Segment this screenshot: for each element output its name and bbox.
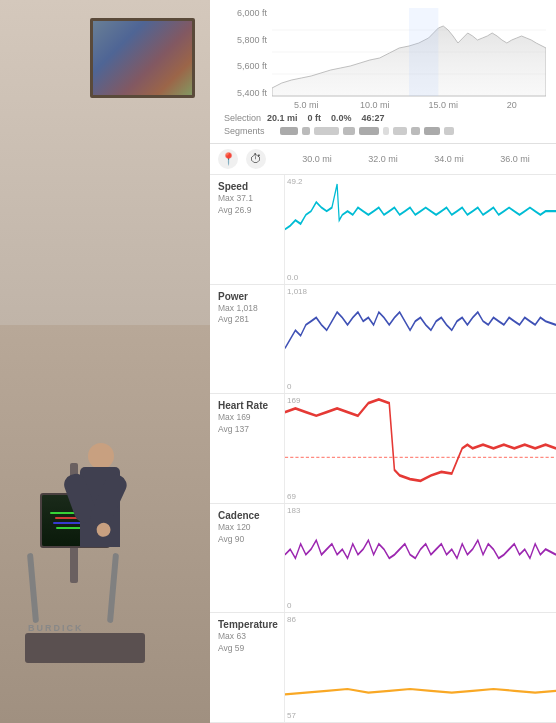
heartrate-max: Max 169 xyxy=(218,412,278,424)
svg-rect-3 xyxy=(409,8,438,96)
cadence-metric-row: Cadence Max 120 Avg 90 183 0 xyxy=(210,504,556,614)
power-name: Power xyxy=(218,291,278,303)
temperature-max: Max 63 xyxy=(218,631,278,643)
power-y-top: 1,018 xyxy=(287,287,307,296)
segment-bar-6 xyxy=(383,127,389,135)
segments-label: Segments xyxy=(224,126,272,136)
heartrate-chart[interactable]: 169 69 xyxy=(285,394,556,503)
segment-bar-3 xyxy=(314,127,339,135)
speed-max: Max 37.1 xyxy=(218,193,278,205)
photo-panel: BURDICK xyxy=(0,0,210,723)
x-axis: 5.0 mi 10.0 mi 15.0 mi 20 xyxy=(272,98,546,110)
power-metric-row: Power Max 1,018 Avg 281 1,018 0 xyxy=(210,285,556,395)
segment-bar-4 xyxy=(343,127,355,135)
mile-markers: 30.0 mi 32.0 mi 34.0 mi 36.0 mi xyxy=(274,154,548,164)
elevation-chart-area[interactable] xyxy=(272,8,546,98)
cadence-y-top: 183 xyxy=(287,506,300,515)
speed-y-top: 49.2 xyxy=(287,177,303,186)
mile-marker-2: 32.0 mi xyxy=(368,154,398,164)
temperature-y-bottom: 57 xyxy=(287,711,296,720)
segment-bar-1 xyxy=(280,127,298,135)
cadence-avg: Avg 90 xyxy=(218,534,278,546)
x-label-4: 20 xyxy=(478,100,547,110)
temperature-name: Temperature xyxy=(218,619,278,631)
temperature-y-top: 86 xyxy=(287,615,296,624)
power-chart[interactable]: 1,018 0 xyxy=(285,285,556,394)
segment-bar-8 xyxy=(411,127,420,135)
segment-bar-10 xyxy=(444,127,454,135)
elevation-chart: 6,000 ft 5,800 ft 5,600 ft 5,400 ft xyxy=(220,8,546,98)
heartrate-metric-row: Heart Rate Max 169 Avg 137 169 69 xyxy=(210,394,556,504)
speed-metric-row: Speed Max 37.1 Avg 26.9 49.2 0.0 xyxy=(210,175,556,285)
selection-values: 20.1 mi 0 ft 0.0% 46:27 xyxy=(267,113,385,123)
selection-time: 46:27 xyxy=(362,113,385,123)
elev-y-label-1: 6,000 ft xyxy=(237,8,267,18)
cadence-chart[interactable]: 183 0 xyxy=(285,504,556,613)
power-max: Max 1,018 xyxy=(218,303,278,315)
power-label-col: Power Max 1,018 Avg 281 xyxy=(210,285,285,394)
temperature-metric-row: Temperature Max 63 Avg 59 86 57 xyxy=(210,613,556,723)
speed-y-bottom: 0.0 xyxy=(287,273,298,282)
x-label-2: 10.0 mi xyxy=(341,100,410,110)
power-avg: Avg 281 xyxy=(218,314,278,326)
heartrate-avg: Avg 137 xyxy=(218,424,278,436)
heartrate-name: Heart Rate xyxy=(218,400,278,412)
power-y-bottom: 0 xyxy=(287,382,291,391)
cadence-max: Max 120 xyxy=(218,522,278,534)
heartrate-label-col: Heart Rate Max 169 Avg 137 xyxy=(210,394,285,503)
segment-bar-5 xyxy=(359,127,379,135)
selection-grade: 0.0% xyxy=(331,113,352,123)
mile-marker-4: 36.0 mi xyxy=(500,154,530,164)
temperature-chart[interactable]: 86 57 xyxy=(285,613,556,722)
cadence-y-bottom: 0 xyxy=(287,601,291,610)
location-pin-button[interactable]: 📍 xyxy=(218,149,238,169)
elev-y-label-4: 5,400 ft xyxy=(237,88,267,98)
selection-distance: 20.1 mi xyxy=(267,113,298,123)
elevation-section: 6,000 ft 5,800 ft 5,600 ft 5,400 ft xyxy=(210,0,556,144)
speed-name: Speed xyxy=(218,181,278,193)
segments-row: Segments xyxy=(220,123,546,139)
segment-bar-7 xyxy=(393,127,407,135)
speed-label-col: Speed Max 37.1 Avg 26.9 xyxy=(210,175,285,284)
heartrate-y-top: 169 xyxy=(287,396,300,405)
cadence-label-col: Cadence Max 120 Avg 90 xyxy=(210,504,285,613)
speed-chart[interactable]: 49.2 0.0 xyxy=(285,175,556,284)
segment-bar-9 xyxy=(424,127,440,135)
temperature-avg: Avg 59 xyxy=(218,643,278,655)
elev-y-label-3: 5,600 ft xyxy=(237,61,267,71)
temperature-label-col: Temperature Max 63 Avg 59 xyxy=(210,613,285,722)
heartrate-y-bottom: 69 xyxy=(287,492,296,501)
x-label-1: 5.0 mi xyxy=(272,100,341,110)
elevation-y-axis: 6,000 ft 5,800 ft 5,600 ft 5,400 ft xyxy=(220,8,272,98)
selection-row: Selection 20.1 mi 0 ft 0.0% 46:27 xyxy=(220,113,546,123)
data-panel: 6,000 ft 5,800 ft 5,600 ft 5,400 ft xyxy=(210,0,556,723)
controls-row: 📍 ⏱ 30.0 mi 32.0 mi 34.0 mi 36.0 mi xyxy=(210,144,556,175)
clock-button[interactable]: ⏱ xyxy=(246,149,266,169)
metrics-section: Speed Max 37.1 Avg 26.9 49.2 0.0 Power M… xyxy=(210,175,556,723)
cadence-name: Cadence xyxy=(218,510,278,522)
elev-y-label-2: 5,800 ft xyxy=(237,35,267,45)
mile-marker-1: 30.0 mi xyxy=(302,154,332,164)
selection-label: Selection xyxy=(224,113,261,123)
mile-marker-3: 34.0 mi xyxy=(434,154,464,164)
selection-elevation: 0 ft xyxy=(308,113,322,123)
segment-bar-2 xyxy=(302,127,310,135)
speed-avg: Avg 26.9 xyxy=(218,205,278,217)
x-label-3: 15.0 mi xyxy=(409,100,478,110)
brand-label: BURDICK xyxy=(28,623,84,633)
